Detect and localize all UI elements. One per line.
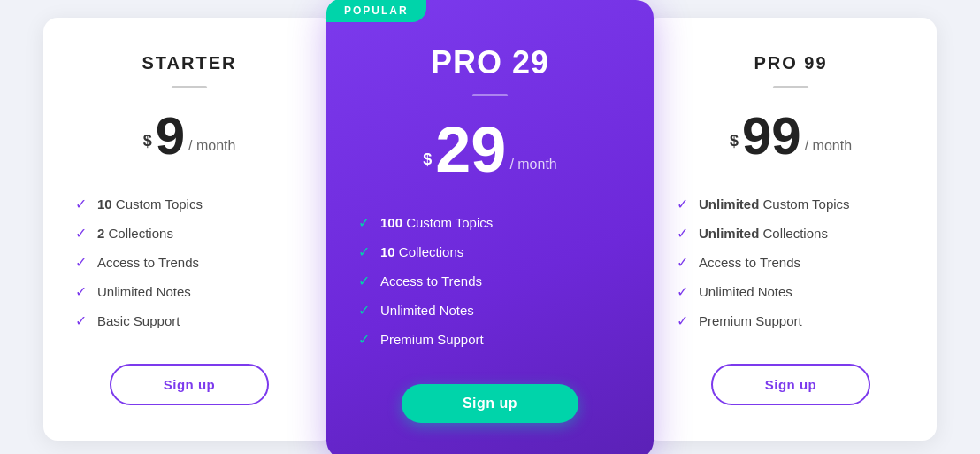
pricing-container: STARTER $ 9 / month ✓ 10 Custom Topics ✓… — [18, 18, 962, 441]
feature-text: Collections — [104, 226, 173, 241]
feature-item: ✓ Unlimited Notes — [75, 277, 303, 306]
feature-text: Custom Topics — [759, 196, 849, 212]
price-dollar: $ — [143, 132, 152, 150]
price-period: / month — [188, 138, 235, 154]
popular-badge: POPULAR — [326, 0, 426, 22]
plan-title: STARTER — [142, 53, 237, 73]
check-icon: ✓ — [358, 273, 370, 289]
feature-text: Collections — [759, 226, 828, 241]
check-icon: ✓ — [358, 302, 370, 319]
plan-card-pro29: POPULAR PRO 29 $ 29 / month ✓ 100 Custom… — [326, 0, 654, 454]
feature-text: Premium Support — [699, 313, 802, 328]
price-period: / month — [509, 157, 556, 173]
check-icon: ✓ — [75, 196, 87, 212]
features-list: ✓ Unlimited Custom Topics ✓ Unlimited Co… — [677, 189, 905, 335]
sign-up-button[interactable]: Sign up — [402, 384, 578, 423]
feature-item: ✓ 10 Collections — [358, 237, 622, 266]
feature-text: Custom Topics — [402, 215, 493, 230]
feature-item: ✓ 10 Custom Topics — [75, 189, 303, 219]
feature-bold: Unlimited — [699, 196, 759, 212]
feature-item: ✓ 100 Custom Topics — [358, 208, 622, 237]
feature-text: Basic Support — [97, 313, 180, 328]
feature-bold: 100 — [380, 215, 402, 230]
feature-text: Access to Trends — [97, 255, 199, 270]
feature-item: ✓ Unlimited Collections — [677, 219, 905, 248]
check-icon: ✓ — [677, 254, 688, 271]
plan-divider — [773, 86, 808, 88]
plan-card-pro99: PRO 99 $ 99 / month ✓ Unlimited Custom T… — [645, 18, 937, 441]
feature-item: ✓ Premium Support — [677, 306, 905, 335]
check-icon: ✓ — [677, 225, 688, 242]
check-icon: ✓ — [358, 243, 370, 260]
price-dollar: $ — [730, 132, 739, 150]
features-list: ✓ 10 Custom Topics ✓ 2 Collections ✓ Acc… — [75, 189, 303, 335]
price-period: / month — [805, 138, 852, 154]
feature-item: ✓ Unlimited Notes — [677, 277, 905, 306]
plan-title: PRO 29 — [431, 44, 549, 81]
feature-text: Custom Topics — [112, 196, 203, 212]
feature-bold: 10 — [97, 196, 112, 212]
check-icon: ✓ — [75, 312, 87, 329]
feature-item: ✓ Unlimited Notes — [358, 296, 622, 325]
price-row: $ 99 / month — [730, 110, 852, 163]
price-row: $ 29 / month — [423, 118, 556, 181]
feature-item: ✓ Access to Trends — [677, 248, 905, 277]
feature-item: ✓ Access to Trends — [75, 248, 303, 277]
check-icon: ✓ — [677, 196, 688, 212]
price-amount: 29 — [435, 118, 506, 181]
check-icon: ✓ — [75, 225, 87, 242]
feature-text: Unlimited Notes — [97, 284, 191, 299]
feature-item: ✓ 2 Collections — [75, 219, 303, 248]
check-icon: ✓ — [358, 214, 370, 231]
feature-text: Unlimited Notes — [699, 284, 792, 299]
feature-item: ✓ Access to Trends — [358, 266, 622, 296]
check-icon: ✓ — [677, 312, 688, 329]
check-icon: ✓ — [358, 331, 370, 348]
features-list: ✓ 100 Custom Topics ✓ 10 Collections ✓ A… — [358, 208, 622, 356]
feature-bold: Unlimited — [699, 226, 759, 241]
plan-title: PRO 99 — [754, 53, 827, 73]
feature-bold: 10 — [380, 244, 395, 259]
price-amount: 99 — [742, 110, 801, 163]
feature-text: Access to Trends — [380, 273, 482, 289]
feature-text: Premium Support — [380, 332, 484, 347]
sign-up-button[interactable]: Sign up — [110, 364, 269, 405]
plan-card-starter: STARTER $ 9 / month ✓ 10 Custom Topics ✓… — [43, 18, 335, 441]
price-amount: 9 — [156, 110, 185, 163]
check-icon: ✓ — [677, 283, 688, 300]
plan-divider — [472, 94, 508, 96]
plan-divider — [172, 86, 207, 88]
feature-item: ✓ Basic Support — [75, 306, 303, 335]
sign-up-button[interactable]: Sign up — [711, 364, 870, 405]
feature-text: Unlimited Notes — [380, 303, 474, 318]
feature-item: ✓ Unlimited Custom Topics — [677, 189, 905, 219]
check-icon: ✓ — [75, 283, 87, 300]
feature-text: Collections — [395, 244, 464, 259]
price-row: $ 9 / month — [143, 110, 236, 163]
feature-item: ✓ Premium Support — [358, 325, 622, 354]
feature-text: Access to Trends — [699, 255, 800, 270]
check-icon: ✓ — [75, 254, 87, 271]
price-dollar: $ — [423, 150, 432, 169]
